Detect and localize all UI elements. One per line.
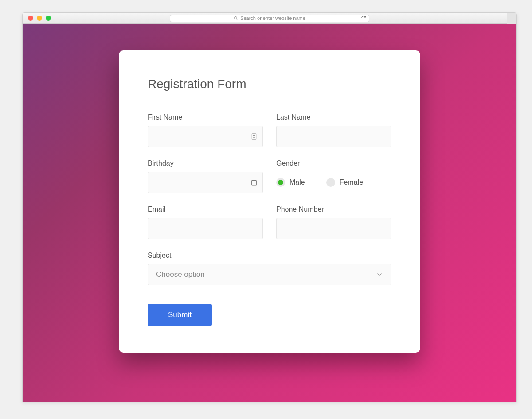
browser-toolbar: Search or enter website name + xyxy=(23,13,516,24)
svg-point-1 xyxy=(254,135,255,136)
window-controls xyxy=(23,16,51,21)
last-name-label: Last Name xyxy=(276,113,391,121)
first-name-input[interactable] xyxy=(148,126,263,147)
close-window-button[interactable] xyxy=(28,16,33,21)
new-tab-button[interactable]: + xyxy=(507,13,516,24)
page-viewport: Registration Form First Name Last Nam xyxy=(23,24,516,402)
svg-rect-2 xyxy=(252,180,257,185)
birthday-input[interactable] xyxy=(148,172,263,193)
chevron-down-icon xyxy=(376,271,383,278)
gender-female-label: Female xyxy=(340,178,363,186)
submit-button[interactable]: Submit xyxy=(148,304,212,326)
search-icon xyxy=(234,16,238,20)
maximize-window-button[interactable] xyxy=(46,16,51,21)
first-name-label: First Name xyxy=(148,113,263,121)
calendar-icon[interactable] xyxy=(250,179,258,186)
subject-label: Subject xyxy=(148,252,391,260)
registration-card: Registration Form First Name Last Nam xyxy=(119,50,420,353)
address-bar[interactable]: Search or enter website name xyxy=(170,15,369,22)
contact-card-icon xyxy=(250,133,258,140)
subject-selected-value: Choose option xyxy=(156,270,205,279)
gender-label: Gender xyxy=(276,159,391,167)
email-input[interactable] xyxy=(148,218,263,239)
phone-label: Phone Number xyxy=(276,206,391,213)
gender-male-label: Male xyxy=(289,178,305,186)
browser-window: Search or enter website name + Registrat… xyxy=(22,12,517,402)
last-name-input[interactable] xyxy=(276,126,391,147)
birthday-label: Birthday xyxy=(148,159,263,167)
page-title: Registration Form xyxy=(148,77,391,91)
subject-select[interactable]: Choose option xyxy=(148,264,391,285)
address-placeholder: Search or enter website name xyxy=(240,16,305,21)
reload-button[interactable] xyxy=(361,16,366,21)
gender-radio-group: Male Female xyxy=(276,172,391,193)
email-label: Email xyxy=(148,206,263,213)
minimize-window-button[interactable] xyxy=(37,16,42,21)
phone-input[interactable] xyxy=(276,218,391,239)
radio-icon xyxy=(326,178,335,187)
radio-icon xyxy=(276,178,285,187)
registration-form: First Name Last Name xyxy=(148,113,391,326)
gender-radio-male[interactable]: Male xyxy=(276,178,305,187)
gender-radio-female[interactable]: Female xyxy=(326,178,363,187)
